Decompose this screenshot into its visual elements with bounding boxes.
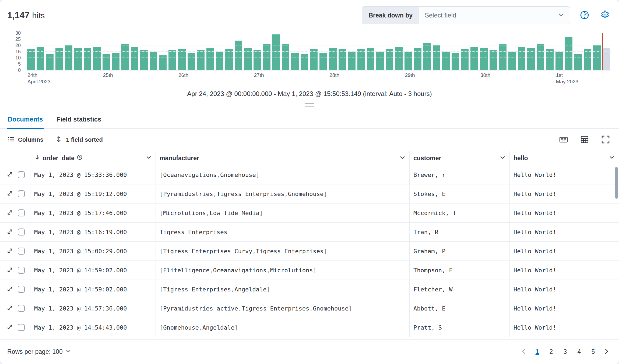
gauge-icon bbox=[580, 10, 589, 21]
select-row-checkbox[interactable] bbox=[18, 286, 25, 293]
fullscreen-button[interactable] bbox=[599, 134, 612, 146]
chart-options-button[interactable] bbox=[578, 9, 591, 22]
histogram-bar bbox=[565, 37, 572, 70]
toolbar-left: Columns 1 field sorted bbox=[7, 135, 103, 144]
expand-document-button[interactable] bbox=[7, 209, 13, 216]
histogram-bar bbox=[518, 47, 525, 70]
columns-button[interactable]: Columns bbox=[7, 135, 43, 144]
tab-field-statistics[interactable]: Field statistics bbox=[56, 112, 102, 129]
breakdown-control: Break down by Select field bbox=[362, 6, 570, 24]
page-button-5[interactable]: 5 bbox=[587, 346, 599, 358]
cell-order-date: May 1, 2023 @ 15:16:19.000 bbox=[30, 223, 156, 241]
page-buttons: 12345 bbox=[531, 346, 599, 358]
x-tick-label: 27th bbox=[254, 72, 264, 78]
cell-manufacturer: [Oceanavigations, Gnomehouse] bbox=[156, 165, 410, 184]
expand-document-button[interactable] bbox=[7, 229, 13, 235]
time-range-caption: Apr 24, 2023 @ 00:00:00.000 - May 1, 202… bbox=[0, 90, 619, 98]
cell-order-date: May 1, 2023 @ 15:17:46.000 bbox=[30, 204, 156, 222]
column-label: hello bbox=[514, 155, 528, 162]
histogram-bar bbox=[310, 49, 318, 70]
rows-per-page-button[interactable]: Rows per page: 100 bbox=[7, 348, 71, 356]
cell-customer: Tran, R bbox=[410, 223, 510, 241]
x-tick-label: 29th bbox=[405, 72, 415, 78]
histogram-bar bbox=[254, 50, 261, 70]
cell-hello: Hello World! bbox=[510, 280, 619, 299]
expand-document-button[interactable] bbox=[7, 190, 13, 197]
header-cell-customer[interactable]: customer bbox=[410, 151, 510, 165]
grid-header-row: order_datemanufacturercustomerhello bbox=[0, 151, 619, 165]
x-tick-label: 24thApril 2023 bbox=[27, 72, 51, 85]
column-actions-chevron-icon[interactable] bbox=[146, 154, 152, 162]
histogram-bar bbox=[376, 52, 384, 70]
vertical-scrollbar[interactable] bbox=[615, 167, 618, 199]
page-button-1[interactable]: 1 bbox=[531, 346, 543, 358]
page-button-3[interactable]: 3 bbox=[559, 346, 571, 358]
cell-order-date: May 1, 2023 @ 15:19:12.000 bbox=[30, 184, 156, 203]
select-row-checkbox[interactable] bbox=[18, 324, 25, 331]
cell-order-date: May 1, 2023 @ 14:59:02.000 bbox=[30, 280, 156, 299]
gridline bbox=[26, 45, 611, 45]
header-cell-hello[interactable]: hello bbox=[510, 151, 619, 165]
column-actions-chevron-icon[interactable] bbox=[500, 154, 506, 162]
histogram-bar bbox=[386, 49, 393, 70]
expand-document-button[interactable] bbox=[7, 286, 13, 293]
column-actions-chevron-icon[interactable] bbox=[399, 154, 406, 162]
header-cell-manufacturer[interactable]: manufacturer bbox=[156, 151, 410, 165]
select-row-checkbox[interactable] bbox=[18, 305, 25, 312]
expand-document-button[interactable] bbox=[7, 267, 13, 274]
pagination: 12345 bbox=[519, 346, 612, 358]
column-actions-chevron-icon[interactable] bbox=[609, 154, 615, 162]
view-tabs: DocumentsField statistics bbox=[0, 112, 619, 129]
table-row: May 1, 2023 @ 14:54:43.000[Gnomehouse, A… bbox=[0, 318, 619, 337]
settings-button[interactable] bbox=[599, 9, 611, 22]
expand-document-button[interactable] bbox=[7, 171, 13, 178]
row-controls-cell bbox=[0, 223, 30, 241]
select-row-checkbox[interactable] bbox=[18, 209, 25, 216]
select-row-checkbox[interactable] bbox=[18, 267, 25, 274]
cell-manufacturer: [Tigress Enterprises Curvy, Tigress Ente… bbox=[156, 242, 410, 260]
cell-hello: Hello World! bbox=[510, 184, 619, 203]
page-button-2[interactable]: 2 bbox=[545, 346, 557, 358]
keyboard-shortcuts-button[interactable] bbox=[557, 134, 570, 146]
table-row: May 1, 2023 @ 14:57:36.000[Pyramidustrie… bbox=[0, 299, 619, 318]
table-row: May 1, 2023 @ 14:59:02.000[Elitelligence… bbox=[0, 261, 619, 280]
select-row-checkbox[interactable] bbox=[18, 248, 25, 255]
header-cell-order_date[interactable]: order_date bbox=[30, 151, 156, 165]
expand-document-button[interactable] bbox=[7, 305, 13, 312]
top-bar: 1,147 hits Break down by Select field bbox=[0, 0, 619, 25]
cell-order-date: May 1, 2023 @ 14:59:02.000 bbox=[30, 261, 156, 280]
table-row: May 1, 2023 @ 15:00:29.000[Tigress Enter… bbox=[0, 242, 619, 261]
histogram-bar bbox=[168, 50, 176, 70]
histogram-bar bbox=[499, 44, 507, 70]
histogram-bar bbox=[452, 53, 459, 70]
row-controls-cell bbox=[0, 280, 30, 299]
y-tick-label: 15 bbox=[15, 49, 21, 54]
grid-body: May 1, 2023 @ 15:33:36.000[Oceanavigatio… bbox=[0, 165, 619, 337]
histogram-bar bbox=[197, 50, 205, 70]
select-row-checkbox[interactable] bbox=[18, 171, 25, 178]
next-page-button[interactable] bbox=[601, 347, 612, 357]
cell-hello: Hello World! bbox=[510, 204, 619, 222]
tab-documents[interactable]: Documents bbox=[7, 112, 44, 129]
histogram-bar bbox=[103, 54, 110, 70]
previous-page-button[interactable] bbox=[519, 347, 529, 357]
gridline bbox=[26, 64, 611, 64]
sort-fields-button[interactable]: 1 field sorted bbox=[55, 135, 103, 144]
select-row-checkbox[interactable] bbox=[18, 190, 25, 197]
histogram-bar bbox=[301, 54, 308, 70]
hits-count: 1,147 bbox=[7, 10, 30, 20]
histogram-bar bbox=[395, 47, 403, 70]
select-row-checkbox[interactable] bbox=[18, 229, 25, 235]
display-options-button[interactable] bbox=[578, 134, 591, 146]
expand-icon bbox=[7, 286, 13, 293]
breakdown-field-select[interactable]: Select field bbox=[419, 7, 570, 24]
chart-resize-handle[interactable] bbox=[305, 104, 314, 106]
chart-plot[interactable] bbox=[26, 33, 611, 70]
day-gridline bbox=[102, 33, 102, 72]
day-gridline bbox=[328, 33, 328, 72]
histogram-bar bbox=[178, 49, 186, 70]
expand-document-button[interactable] bbox=[7, 248, 13, 255]
page-button-4[interactable]: 4 bbox=[573, 346, 585, 358]
expand-document-button[interactable] bbox=[7, 324, 13, 331]
rows-per-page-label: Rows per page: 100 bbox=[7, 348, 63, 355]
